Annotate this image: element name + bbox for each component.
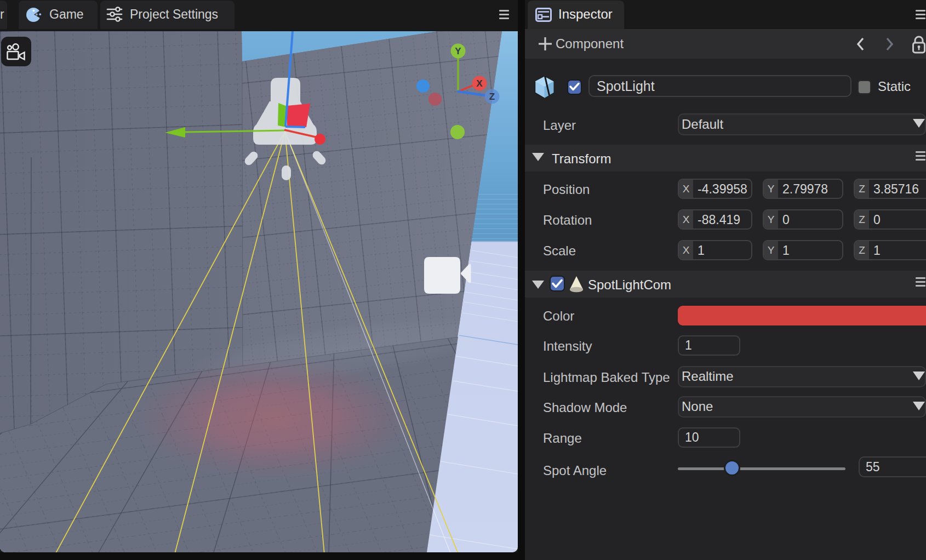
svg-text:Y: Y (455, 46, 461, 56)
svg-text:Z: Z (489, 92, 495, 102)
svg-text:X: X (476, 78, 483, 89)
